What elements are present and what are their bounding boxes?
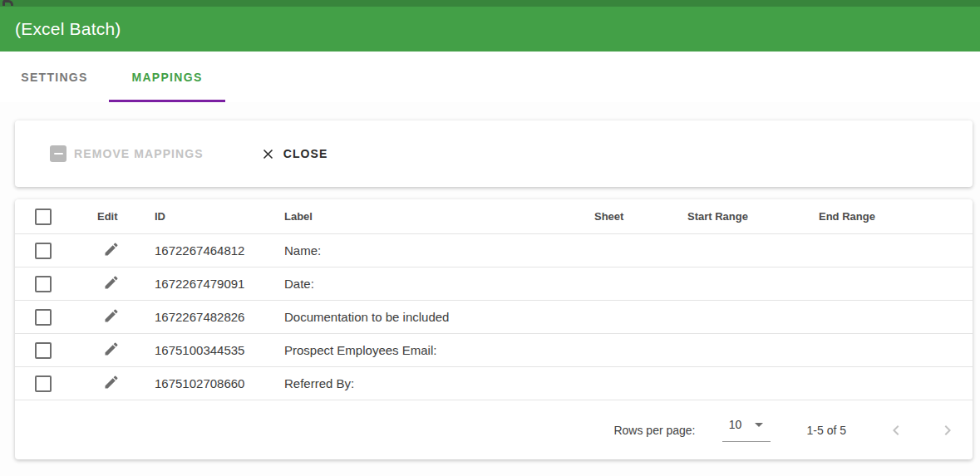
mappings-table: Edit ID Label Sheet Start Range End Rang… xyxy=(15,199,973,459)
remove-mappings-button[interactable]: REMOVE MAPPINGS xyxy=(50,145,204,162)
row-checkbox[interactable] xyxy=(35,243,52,259)
close-label: CLOSE xyxy=(283,147,328,160)
clipped-background-glyph xyxy=(2,0,13,6)
tab-settings-label: SETTINGS xyxy=(21,71,87,84)
tab-mappings[interactable]: MAPPINGS xyxy=(109,52,225,102)
dropdown-caret-icon xyxy=(755,423,763,427)
edit-button[interactable] xyxy=(103,341,120,357)
rows-per-page-label: Rows per page: xyxy=(613,424,695,437)
previous-page-button[interactable] xyxy=(876,410,916,450)
column-header-sheet: Sheet xyxy=(594,210,687,223)
column-header-label: Label xyxy=(284,210,594,223)
mappings-toolbar: REMOVE MAPPINGS CLOSE xyxy=(15,120,973,187)
edit-button[interactable] xyxy=(103,374,120,390)
column-header-id: ID xyxy=(155,210,284,223)
rows-per-page-value: 10 xyxy=(729,418,742,431)
cell-id: 1675102708660 xyxy=(155,376,284,390)
remove-mappings-label: REMOVE MAPPINGS xyxy=(74,147,204,160)
backdrop-strip xyxy=(0,0,980,7)
cell-label: Referred By: xyxy=(284,376,594,390)
dialog-header: (Excel Batch) xyxy=(0,7,980,52)
select-underline xyxy=(722,441,771,442)
pencil-icon xyxy=(103,274,120,291)
edit-button[interactable] xyxy=(103,307,120,324)
cell-id: 1672267464812 xyxy=(155,243,284,258)
chevron-left-icon xyxy=(886,420,906,440)
table-row: 1675102708660 Referred By: xyxy=(15,367,973,400)
indeterminate-checkbox-icon xyxy=(50,145,66,162)
tab-mappings-label: MAPPINGS xyxy=(131,71,202,84)
page-title: (Excel Batch) xyxy=(15,19,121,39)
table-row: 1675100344535 Prospect Employees Email: xyxy=(15,334,973,367)
cell-id: 1672267479091 xyxy=(155,277,284,291)
cell-label: Name: xyxy=(284,243,594,258)
cell-id: 1675100344535 xyxy=(155,343,284,357)
close-icon xyxy=(260,146,276,162)
table-row: 1672267479091 Date: xyxy=(15,267,973,301)
tab-settings[interactable]: SETTINGS xyxy=(0,52,109,102)
cell-label: Documentation to be included xyxy=(284,310,594,324)
pencil-icon xyxy=(103,307,120,324)
cell-id: 1672267482826 xyxy=(155,310,284,324)
table-row: 1672267482826 Documentation to be includ… xyxy=(15,301,973,334)
edit-button[interactable] xyxy=(103,241,120,258)
next-page-button[interactable] xyxy=(928,410,968,450)
table-row: 1672267464812 Name: xyxy=(15,234,973,267)
pagination-range-label: 1-5 of 5 xyxy=(807,424,846,437)
cell-label: Date: xyxy=(284,277,594,291)
rows-per-page-select[interactable]: 10 xyxy=(722,418,771,442)
column-header-edit: Edit xyxy=(97,210,155,223)
pencil-icon xyxy=(103,341,120,357)
excel-batch-dialog: (Excel Batch) SETTINGS MAPPINGS REMOVE M… xyxy=(0,0,980,476)
edit-button[interactable] xyxy=(103,274,120,291)
table-body: 1672267464812 Name: 1672267479091 Date: xyxy=(15,234,973,400)
active-tab-indicator xyxy=(109,100,225,102)
pencil-icon xyxy=(103,374,120,390)
cell-label: Prospect Employees Email: xyxy=(284,343,594,357)
pencil-icon xyxy=(103,241,120,258)
pagination-bar: Rows per page: 10 1-5 of 5 xyxy=(15,400,973,459)
column-header-end-range: End Range xyxy=(819,210,973,223)
select-all-checkbox[interactable] xyxy=(35,209,52,225)
chevron-right-icon xyxy=(938,420,958,440)
row-checkbox[interactable] xyxy=(35,276,52,292)
row-checkbox[interactable] xyxy=(35,342,52,359)
table-header-row: Edit ID Label Sheet Start Range End Rang… xyxy=(15,199,973,234)
tab-bar: SETTINGS MAPPINGS xyxy=(0,52,980,102)
row-checkbox[interactable] xyxy=(35,375,52,392)
close-button[interactable]: CLOSE xyxy=(260,146,328,162)
column-header-start-range: Start Range xyxy=(687,210,819,223)
row-checkbox[interactable] xyxy=(35,309,52,326)
